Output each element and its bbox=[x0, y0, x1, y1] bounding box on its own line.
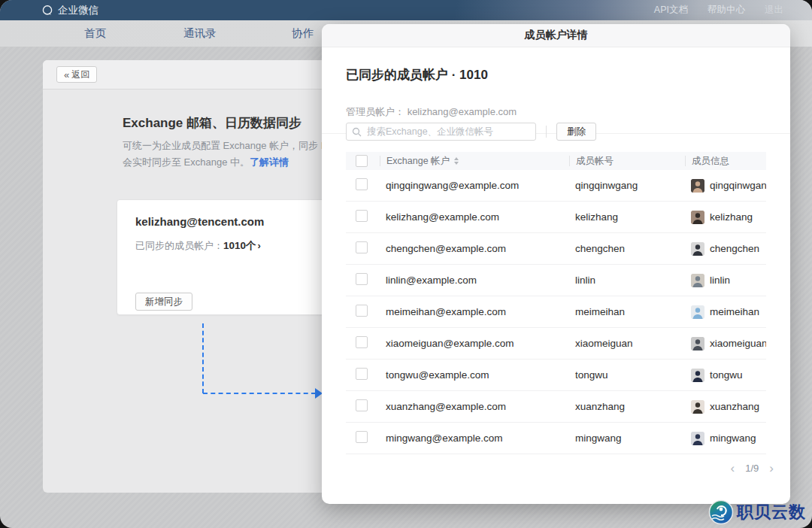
row-checkbox[interactable] bbox=[356, 178, 368, 190]
member-name-label: xiaomeiguan bbox=[710, 338, 766, 349]
nav-tab-home[interactable]: 首页 bbox=[84, 20, 106, 47]
member-account-cell: tongwu bbox=[569, 369, 685, 381]
flow-arrow-vertical bbox=[202, 323, 204, 393]
pagination: ‹ 1/9 › bbox=[731, 462, 774, 475]
member-name-label: tongwu bbox=[710, 369, 743, 381]
member-account-cell: qingqinwgang bbox=[569, 180, 685, 191]
member-info-cell: meimeihan bbox=[685, 305, 766, 319]
row-checkbox[interactable] bbox=[356, 431, 368, 443]
row-checkbox[interactable] bbox=[356, 241, 368, 253]
member-accounts-modal: 成员帐户详情 已同步的成员帐户 · 1010 管理员帐户： kelizhang@… bbox=[322, 24, 790, 504]
app-logo-text: 企业微信 bbox=[58, 4, 98, 17]
topbar-link-logout[interactable]: 退出 bbox=[765, 4, 783, 17]
members-table: Exchange 帐户 成员帐号 成员信息 qingqingwang@examp… bbox=[346, 152, 766, 454]
search-icon bbox=[352, 127, 362, 137]
admin-account-value: kelizhang@example.com bbox=[408, 106, 517, 117]
member-info-cell: xuanzhang bbox=[685, 400, 766, 414]
member-account-cell: chengchen bbox=[569, 243, 685, 254]
pagination-prev-icon[interactable]: ‹ bbox=[731, 462, 735, 475]
member-name-label: linlin bbox=[710, 275, 730, 286]
member-avatar bbox=[691, 337, 704, 350]
row-checkbox[interactable] bbox=[356, 305, 368, 317]
page-description-line1: 可统一为企业成员配置 Exchange 帐户，同步 Excha bbox=[123, 140, 348, 151]
exchange-account-cell: kelizhang@example.com bbox=[380, 211, 569, 223]
search-input[interactable] bbox=[365, 126, 530, 138]
watermark-globe-icon bbox=[708, 499, 734, 525]
sync-card-account: kelizhang@tencent.com bbox=[135, 215, 264, 228]
topbar-link-help-center[interactable]: 帮助中心 bbox=[707, 4, 745, 17]
member-avatar bbox=[691, 179, 704, 193]
wechat-work-bubble-icon bbox=[41, 5, 53, 17]
nav-tab-contacts[interactable]: 通讯录 bbox=[183, 20, 217, 47]
exchange-account-cell: chengchen@example.com bbox=[380, 243, 569, 254]
row-checkbox[interactable] bbox=[356, 399, 368, 411]
back-chevrons-icon: « bbox=[64, 69, 69, 80]
table-row: meimeihan@example.com meimeihan meimeiha… bbox=[346, 296, 766, 328]
exchange-account-cell: xiaomeiguan@example.com bbox=[380, 338, 569, 349]
add-sync-button[interactable]: 新增同步 bbox=[135, 293, 192, 311]
modal-heading: 已同步的成员帐户 · 1010 bbox=[346, 66, 488, 83]
table-row: mingwang@example.com mingwang mingwang bbox=[346, 423, 766, 454]
sort-icon[interactable] bbox=[454, 157, 459, 165]
member-name-label: chengchen bbox=[710, 243, 759, 254]
member-avatar bbox=[691, 242, 704, 256]
toolbar-separator bbox=[546, 126, 547, 138]
member-account-cell: mingwang bbox=[569, 432, 685, 444]
row-checkbox[interactable] bbox=[356, 336, 368, 348]
exchange-account-cell: tongwu@example.com bbox=[380, 369, 569, 381]
exchange-account-cell: meimeihan@example.com bbox=[380, 306, 569, 317]
exchange-account-cell: qingqingwang@example.com bbox=[380, 180, 569, 191]
column-header-exchange[interactable]: Exchange 帐户 bbox=[380, 156, 569, 166]
app-logo: 企业微信 bbox=[41, 0, 98, 20]
table-body: qingqingwang@example.com qingqinwgang qi… bbox=[346, 170, 766, 454]
member-account-cell: xiaomeiguan bbox=[569, 338, 685, 349]
select-all-checkbox[interactable] bbox=[356, 155, 368, 167]
learn-more-link[interactable]: 了解详情 bbox=[250, 156, 289, 168]
member-avatar bbox=[691, 400, 704, 414]
synced-members-label: 已同步的成员帐户： bbox=[135, 240, 223, 251]
row-checkbox[interactable] bbox=[356, 273, 368, 285]
row-checkbox[interactable] bbox=[356, 368, 368, 380]
pagination-next-icon[interactable]: › bbox=[769, 462, 774, 475]
delete-button[interactable]: 删除 bbox=[556, 123, 596, 141]
exchange-account-cell: mingwang@example.com bbox=[380, 432, 569, 444]
member-info-cell: xiaomeiguan bbox=[685, 337, 766, 350]
member-info-cell: tongwu bbox=[685, 369, 766, 382]
watermark-logo: 职贝云数 bbox=[708, 499, 806, 525]
member-info-cell: qingqinwgang bbox=[685, 179, 766, 193]
member-info-cell: kelizhang bbox=[685, 211, 766, 224]
watermark-logo-text: 职贝云数 bbox=[737, 501, 806, 523]
member-name-label: qingqinwgang bbox=[710, 180, 766, 191]
nav-tab-collaboration[interactable]: 协作 bbox=[292, 20, 314, 47]
admin-account-label: 管理员帐户： bbox=[346, 106, 404, 117]
topbar-link-api-docs[interactable]: API文档 bbox=[654, 4, 688, 17]
member-account-cell: xuanzhang bbox=[569, 401, 685, 412]
member-name-label: kelizhang bbox=[710, 211, 753, 223]
member-info-cell: mingwang bbox=[685, 432, 766, 445]
table-row: linlin@example.com linlin linlin bbox=[346, 265, 766, 296]
member-name-label: xuanzhang bbox=[710, 401, 759, 412]
admin-account-line: 管理员帐户： kelizhang@example.com bbox=[346, 105, 517, 119]
member-account-cell: meimeihan bbox=[569, 306, 685, 317]
synced-members-line[interactable]: 已同步的成员帐户：1010个› bbox=[135, 239, 261, 253]
table-row: kelizhang@example.com kelizhang kelizhan… bbox=[346, 202, 766, 233]
app-window: 企业微信 API文档 帮助中心 退出 首页 通讯录 协作 « 返回 Exchan… bbox=[0, 0, 812, 528]
pagination-label: 1/9 bbox=[745, 463, 759, 474]
row-checkbox[interactable] bbox=[356, 210, 368, 222]
search-box[interactable] bbox=[346, 123, 536, 141]
table-row: xiaomeiguan@example.com xiaomeiguan xiao… bbox=[346, 328, 766, 360]
page-title: Exchange 邮箱、日历数据同步 bbox=[123, 114, 301, 132]
column-header-exchange-label: Exchange 帐户 bbox=[386, 155, 450, 168]
back-button-label: 返回 bbox=[71, 68, 89, 81]
column-header-account: 成员帐号 bbox=[569, 156, 685, 166]
member-info-cell: chengchen bbox=[685, 242, 766, 256]
back-button[interactable]: « 返回 bbox=[56, 66, 97, 83]
table-row: qingqingwang@example.com qingqinwgang qi… bbox=[346, 170, 766, 202]
table-header: Exchange 帐户 成员帐号 成员信息 bbox=[346, 152, 766, 170]
modal-title: 成员帐户详情 bbox=[322, 24, 790, 47]
top-bar: 企业微信 API文档 帮助中心 退出 bbox=[0, 0, 812, 20]
member-account-cell: linlin bbox=[569, 275, 685, 286]
topbar-links: API文档 帮助中心 退出 bbox=[654, 0, 783, 20]
page-description-line2: 会实时同步至 Exchange 中。 bbox=[123, 156, 250, 168]
member-account-cell: kelizhang bbox=[569, 211, 685, 223]
